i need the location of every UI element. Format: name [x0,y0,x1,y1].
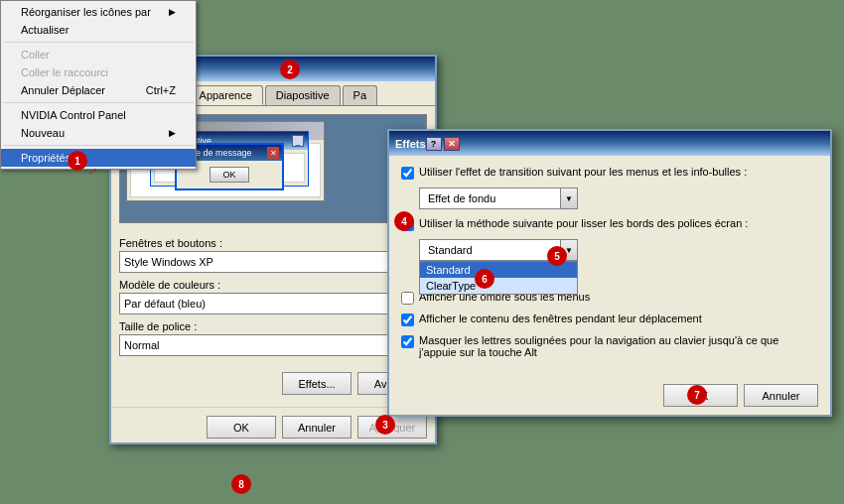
transition-select-wrapper: Effet de fondu Effet défilé ▼ [419,188,578,209]
taille-select[interactable]: Normal [119,334,427,356]
context-menu-sep-3 [3,145,194,146]
contenu-checkbox-label: Afficher le contenu des fenêtres pendant… [401,313,702,326]
effets-footer: OK Annuler [389,376,830,415]
annotation-2: 2 [280,60,300,79]
effets-button[interactable]: Effets... [282,372,352,395]
couleurs-label: Modèle de couleurs : [119,279,427,291]
context-menu-item-proprietes[interactable]: Propriétés [1,149,196,167]
dropdown-item-cleartype[interactable]: ClearType [420,278,577,294]
contenu-row: Afficher le contenu des fenêtres pendant… [401,313,818,326]
context-menu-sep-2 [3,102,194,103]
lisser-label-text: Utiliser la méthode suivante pour lisser… [419,217,748,229]
tab-apparence[interactable]: Apparence [189,85,263,105]
soulignees-label-text: Masquer les lettres soulignées pour la n… [419,334,818,358]
context-menu-item-actualiser[interactable]: Actualiser [1,21,196,39]
annotation-3: 3 [375,415,395,435]
couleurs-select[interactable]: Par défaut (bleu) [119,293,427,315]
effets-annuler-button[interactable]: Annuler [744,384,818,407]
effets-titlebar-buttons: ? ✕ [426,137,460,151]
tab-pa[interactable]: Pa [343,85,377,105]
soulignees-checkbox[interactable] [401,335,414,348]
context-menu-item-coller[interactable]: Coller [1,46,196,63]
effets-body: Utiliser l'effet de transition suivant p… [389,156,830,376]
annotation-7: 7 [687,385,707,405]
lisser-checkbox-label: Utiliser la méthode suivante pour lisser… [401,217,748,231]
transition-checkbox[interactable] [401,167,414,180]
police-select-container: Standard ClearType ▼ Standard ClearType [419,239,818,261]
taille-select-wrapper: Normal ▼ [119,334,427,356]
contenu-label-text: Afficher le contenu des fenêtres pendant… [419,313,702,324]
context-menu-item-coller-raccourci[interactable]: Coller le raccourci [1,63,196,81]
appearance-annuler-button[interactable]: Annuler [282,416,352,439]
preview-minimize-button: _ [292,135,304,147]
annuler-shortcut: Ctrl+Z [146,84,176,96]
effets-help-button[interactable]: ? [426,137,442,151]
police-dropdown-open: Standard ClearType [419,261,578,295]
effets-titlebar: Effets ? ✕ [389,131,830,156]
annotation-4: 4 [394,211,414,231]
effets-close-button[interactable]: ✕ [444,137,460,151]
fenetres-select-wrapper: Style Windows XP ▼ [119,251,427,273]
annotation-8: 8 [231,474,251,494]
annotation-6: 6 [475,269,494,289]
preview-msgbox-close-button: ✕ [267,147,279,159]
context-menu-item-reorganiser[interactable]: Réorganiser les icônes par [1,3,196,21]
effets-title: Effets [395,138,426,150]
appearance-ok-button[interactable]: OK [207,416,276,439]
couleurs-select-wrapper: Par défaut (bleu) ▼ [119,293,427,315]
context-menu: Réorganiser les icônes par Actualiser Co… [0,0,197,170]
taille-label: Taille de police : [119,320,427,332]
context-menu-item-annuler[interactable]: Annuler Déplacer Ctrl+Z [1,81,196,99]
lisser-row: Utiliser la méthode suivante pour lisser… [401,217,818,231]
annuler-label: Annuler Déplacer [21,84,105,96]
fenetres-select[interactable]: Style Windows XP [119,251,427,273]
annotation-5: 5 [547,246,567,266]
ombre-checkbox[interactable] [401,292,414,305]
taille-row: Taille de police : Normal ▼ [119,320,427,356]
transition-row: Utiliser l'effet de transition suivant p… [401,166,818,180]
transition-select[interactable]: Effet de fondu Effet défilé [419,188,578,209]
context-menu-sep-1 [3,42,194,43]
transition-checkbox-label: Utiliser l'effet de transition suivant p… [401,166,747,180]
preview-ok-button[interactable]: OK [210,167,248,183]
context-menu-item-nvidia[interactable]: NVIDIA Control Panel [1,106,196,124]
soulignees-row: Masquer les lettres soulignées pour la n… [401,334,818,358]
effets-dialog: Effets ? ✕ Utiliser l'effet de transitio… [387,129,832,417]
soulignees-checkbox-label: Masquer les lettres soulignées pour la n… [401,334,818,358]
transition-label-text: Utiliser l'effet de transition suivant p… [419,166,747,178]
couleurs-row: Modèle de couleurs : Par défaut (bleu) ▼ [119,279,427,315]
contenu-checkbox[interactable] [401,314,414,326]
fenetres-row: Fenêtres et boutons : Style Windows XP ▼ [119,237,427,273]
tab-diapositive[interactable]: Diapositive [265,85,341,105]
fenetres-label: Fenêtres et boutons : [119,237,427,249]
context-menu-item-nouveau[interactable]: Nouveau [1,124,196,142]
transition-select-row: Effet de fondu Effet défilé ▼ [419,188,818,209]
